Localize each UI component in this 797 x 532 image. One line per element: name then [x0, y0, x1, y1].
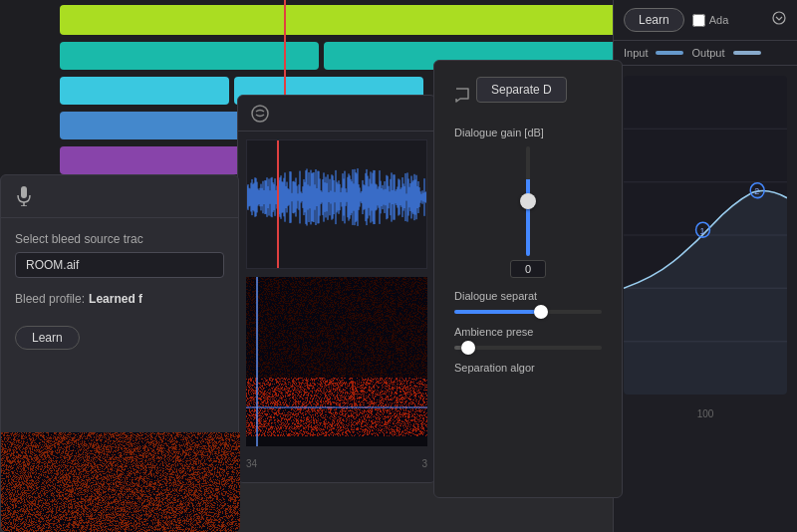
- eq-panel: Learn Ada Input Output 1 2: [613, 0, 797, 532]
- timeline-track: [60, 42, 319, 70]
- svg-point-3: [252, 106, 268, 122]
- svg-point-4: [773, 12, 785, 24]
- mic-icon: [13, 185, 35, 207]
- ada-checkbox[interactable]: [692, 14, 705, 27]
- bleed-profile-row: Bleed profile: Learned f: [15, 292, 224, 306]
- svg-rect-0: [21, 186, 27, 198]
- right-panel: Separate D Dialogue gain [dB] 0 Dialogue…: [433, 60, 623, 498]
- file-input[interactable]: ROOM.aif: [15, 252, 224, 278]
- left-panel-content: Select bleed source trac ROOM.aif Bleed …: [1, 218, 238, 364]
- middle-panel: 34 3: [237, 95, 436, 483]
- select-label: Select bleed source trac: [15, 232, 224, 246]
- timeline-track: [60, 5, 618, 35]
- eq-freq-labels: 100: [614, 404, 797, 423]
- waveform-section: [246, 139, 427, 269]
- bleed-profile-value: Learned f: [89, 292, 142, 306]
- eq-curve-svg: 1 2: [624, 76, 787, 395]
- left-panel-header: [1, 175, 238, 218]
- io-row: Input Output: [614, 41, 797, 66]
- ambience-slider[interactable]: [454, 346, 602, 350]
- waveform-playhead: [277, 140, 279, 268]
- separate-row: Separate D: [444, 71, 612, 115]
- timeline-track: [60, 77, 229, 105]
- output-label: Output: [691, 47, 724, 59]
- bleed-profile-label: Bleed profile:: [15, 292, 85, 306]
- separation-algor-label: Separation algor: [444, 362, 612, 374]
- ambience-label: Ambience prese: [444, 326, 612, 338]
- input-indicator: [656, 51, 683, 55]
- learn-button-eq[interactable]: Learn: [624, 8, 684, 32]
- freq-label-100: 100: [697, 408, 714, 419]
- timeline-num-1: 34: [246, 458, 257, 469]
- spectrogram-section: [246, 277, 427, 446]
- timeline-numbers: 34 3: [238, 454, 435, 473]
- eq-header: Learn Ada: [614, 0, 797, 41]
- output-indicator: [733, 51, 761, 55]
- spectrogram-playhead: [256, 277, 258, 446]
- dialogue-separation-slider[interactable]: [454, 310, 602, 314]
- spectrogram-left: [1, 432, 240, 532]
- svg-text:1: 1: [700, 226, 705, 236]
- dialogue-gain-slider[interactable]: [518, 146, 538, 256]
- ambience-slider-wrap: [444, 346, 612, 350]
- learn-button-left[interactable]: Learn: [15, 326, 80, 350]
- ada-label: Ada: [709, 14, 729, 26]
- dialogue-gain-value: 0: [510, 260, 546, 278]
- dialogue-separation-slider-wrap: [444, 310, 612, 314]
- input-label: Input: [624, 47, 648, 59]
- dialogue-gain-slider-wrap: 0: [444, 146, 612, 278]
- ada-checkbox-row: Ada: [692, 14, 729, 27]
- middle-panel-header: [238, 96, 435, 132]
- separate-button[interactable]: Separate D: [476, 77, 567, 103]
- timeline-num-2: 3: [421, 458, 427, 469]
- svg-text:2: 2: [754, 186, 759, 196]
- dropdown-icon: [771, 10, 787, 29]
- eq-chart-area: 1 2: [624, 76, 787, 395]
- chat2-icon: [454, 87, 470, 106]
- chat-icon: [248, 102, 272, 126]
- dialogue-separation-label: Dialogue separat: [444, 290, 612, 302]
- left-panel: Select bleed source trac ROOM.aif Bleed …: [0, 174, 239, 532]
- dialogue-gain-label: Dialogue gain [dB]: [444, 127, 612, 138]
